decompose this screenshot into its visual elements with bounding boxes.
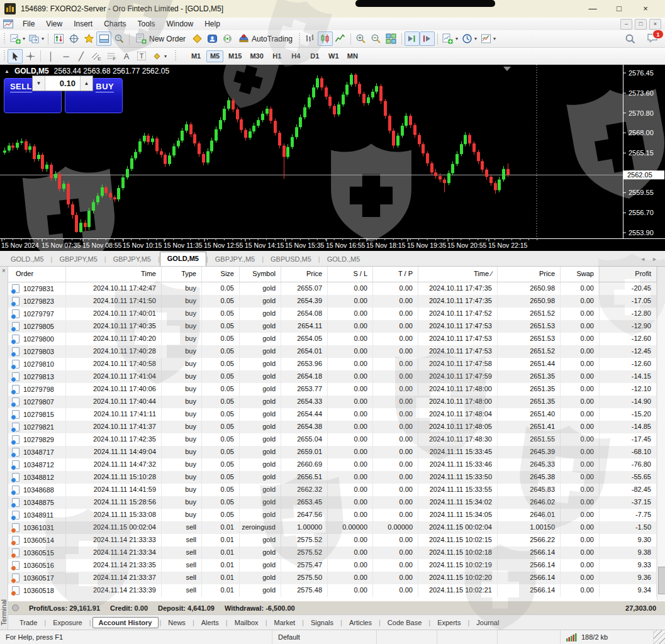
menu-item-insert[interactable]: Insert xyxy=(68,18,98,30)
column-header-close-time[interactable]: Time ∕ xyxy=(418,267,498,282)
timeframe-h1[interactable]: H1 xyxy=(269,50,286,62)
periods-dropdown-icon[interactable]: ▾ xyxy=(474,36,477,42)
cursor-tool-button[interactable] xyxy=(8,49,23,64)
chart-tab-0[interactable]: GOLD.,M5 xyxy=(4,253,51,266)
fibonacci-tool-button[interactable]: F xyxy=(104,49,119,64)
resize-grip[interactable] xyxy=(654,630,665,644)
chart-tab-5[interactable]: GBPUSD,M5 xyxy=(264,253,318,266)
table-row[interactable]: 103605152024.11.14 21:33:34sell0.01gold2… xyxy=(8,547,665,559)
column-header-symbol[interactable]: Symbol xyxy=(240,267,281,282)
terminal-tab-experts[interactable]: Experts xyxy=(432,617,466,628)
maximize-icon[interactable]: □ xyxy=(606,2,632,16)
new-order-button[interactable]: New Order xyxy=(132,31,189,46)
search-icon[interactable] xyxy=(623,31,638,46)
timeframe-m15[interactable]: M15 xyxy=(225,50,245,62)
volume-increase-icon[interactable]: ▲ xyxy=(80,76,92,91)
terminal-tab-articles[interactable]: Articles xyxy=(344,617,377,628)
indicators-button[interactable] xyxy=(440,31,455,46)
toolbar-grip[interactable] xyxy=(298,33,301,45)
text-tool-button[interactable]: A xyxy=(119,49,134,64)
autotrading-button[interactable]: AutoTrading xyxy=(235,31,296,46)
indicators-dropdown-icon[interactable]: ▾ xyxy=(455,36,458,42)
arrows-tool-button[interactable] xyxy=(149,49,164,64)
child-minimize-icon[interactable]: – xyxy=(620,19,632,30)
news-button[interactable] xyxy=(220,31,235,46)
child-close-icon[interactable]: × xyxy=(649,19,661,30)
menu-item-view[interactable]: View xyxy=(40,18,68,30)
zoom-in-button[interactable] xyxy=(354,31,369,46)
table-row[interactable]: 102798152024.10.11 17:41:11buy0.05gold26… xyxy=(8,408,665,421)
table-row[interactable]: 103489112024.11.11 15:33:08buy0.05gold26… xyxy=(8,509,665,521)
menu-item-file[interactable]: File xyxy=(17,18,40,30)
new-chart-button[interactable] xyxy=(8,31,23,46)
terminal-button[interactable] xyxy=(96,31,111,46)
table-row[interactable]: 102798072024.10.11 17:40:44buy0.05gold26… xyxy=(8,396,665,408)
trendline-tool-button[interactable]: ╱ xyxy=(74,49,89,64)
menu-item-help[interactable]: Help xyxy=(199,18,226,30)
column-header-size[interactable]: Size xyxy=(202,267,240,282)
chart-tab-2[interactable]: GBPJPY,M5 xyxy=(106,253,158,266)
table-row[interactable]: 102798312024.10.11 17:42:47buy0.05gold26… xyxy=(8,282,665,295)
table-row[interactable]: 102798002024.10.11 17:40:20buy0.05gold26… xyxy=(8,333,665,345)
strategy-tester-button[interactable] xyxy=(111,31,126,46)
table-row[interactable]: 103610312024.11.15 00:02:04sell0.01zeroi… xyxy=(8,521,665,534)
table-row[interactable]: 103605182024.11.14 21:33:39sell0.01gold2… xyxy=(8,584,665,597)
timeframe-m1[interactable]: M1 xyxy=(187,50,204,62)
tile-windows-button[interactable] xyxy=(384,31,399,46)
terminal-tab-alerts[interactable]: Alerts xyxy=(196,617,225,628)
market-watch-button[interactable] xyxy=(51,31,66,46)
toolbar-grip[interactable] xyxy=(3,33,6,45)
table-row[interactable]: 102798102024.10.11 17:40:58buy0.05gold26… xyxy=(8,358,665,370)
terminal-tab-journal[interactable]: Journal xyxy=(471,617,505,628)
column-header-sl[interactable]: S / L xyxy=(328,267,373,282)
column-header-swap[interactable]: Swap xyxy=(561,267,600,282)
timeframe-d1[interactable]: D1 xyxy=(306,50,323,62)
timeframe-h4[interactable]: H4 xyxy=(288,50,305,62)
table-row[interactable]: 103486882024.11.11 14:41:59buy0.05gold26… xyxy=(8,484,665,496)
column-header-tp[interactable]: T / P xyxy=(373,267,418,282)
table-row[interactable]: 103488752024.11.11 15:28:56buy0.05gold26… xyxy=(8,496,665,509)
chart-tab-3[interactable]: GOLD,M5 xyxy=(160,252,206,266)
menu-item-charts[interactable]: Charts xyxy=(98,18,131,30)
volume-value[interactable]: 0.10 xyxy=(45,76,80,91)
terminal-tab-trade[interactable]: Trade xyxy=(14,617,43,628)
terminal-tab-signals[interactable]: Signals xyxy=(305,617,339,628)
terminal-tab-market[interactable]: Market xyxy=(268,617,301,628)
terminal-close-icon[interactable]: × xyxy=(2,267,6,274)
templates-dropdown-icon[interactable]: ▾ xyxy=(493,36,496,42)
table-row[interactable]: 102798032024.10.11 17:40:28buy0.05gold26… xyxy=(8,345,665,358)
tab-scroll-right-icon[interactable]: ► xyxy=(652,256,657,262)
terminal-tab-news[interactable]: News xyxy=(162,617,191,628)
terminal-tab-exposure[interactable]: Exposure xyxy=(47,617,87,628)
chart-panel[interactable]: 2576.452573.602570.802568.002565.152562.… xyxy=(0,65,665,251)
status-profile[interactable]: Default xyxy=(272,630,377,644)
table-row[interactable]: 102798212024.10.11 17:41:37buy0.05gold26… xyxy=(8,421,665,433)
timeframe-w1[interactable]: W1 xyxy=(325,50,342,62)
menu-item-tools[interactable]: Tools xyxy=(132,18,161,30)
chart-tab-4[interactable]: GBPJPY.,M5 xyxy=(208,253,262,266)
zoom-out-button[interactable] xyxy=(369,31,384,46)
column-header-profit[interactable]: Profit xyxy=(600,267,657,282)
table-row[interactable]: 103605162024.11.14 21:33:35sell0.01gold2… xyxy=(8,559,665,572)
navigator-button[interactable] xyxy=(81,31,96,46)
table-row[interactable]: 103605142024.11.14 21:33:33sell0.01gold2… xyxy=(8,534,665,547)
table-row[interactable]: 102798292024.10.11 17:42:35buy0.05gold26… xyxy=(8,433,665,446)
column-header-close-price[interactable]: Price xyxy=(498,267,561,282)
table-row[interactable]: 102798232024.10.11 17:41:50buy0.05gold26… xyxy=(8,295,665,308)
profiles-dropdown-icon[interactable]: ▾ xyxy=(42,36,44,42)
toolbar-grip[interactable] xyxy=(3,50,6,62)
channel-tool-button[interactable]: E xyxy=(89,49,104,64)
scrollbar-thumb[interactable] xyxy=(658,567,665,594)
profiles-button[interactable] xyxy=(26,31,42,46)
table-row[interactable]: 102797982024.10.11 17:40:06buy0.05gold26… xyxy=(8,383,665,396)
bar-chart-button[interactable] xyxy=(303,31,318,46)
community-button[interactable] xyxy=(204,31,220,46)
tab-scroll-left-icon[interactable]: ◄ xyxy=(640,256,645,262)
arrows-dropdown-icon[interactable]: ▾ xyxy=(164,53,167,59)
vertical-line-tool-button[interactable]: │ xyxy=(43,49,59,64)
timeframe-mn[interactable]: MN xyxy=(344,50,361,62)
candlestick-chart-button[interactable] xyxy=(318,31,333,46)
volume-stepper[interactable]: ▼ 0.10 ▲ xyxy=(32,75,93,91)
grid-scrollbar[interactable] xyxy=(657,267,665,601)
horizontal-line-tool-button[interactable]: ─ xyxy=(59,49,74,64)
